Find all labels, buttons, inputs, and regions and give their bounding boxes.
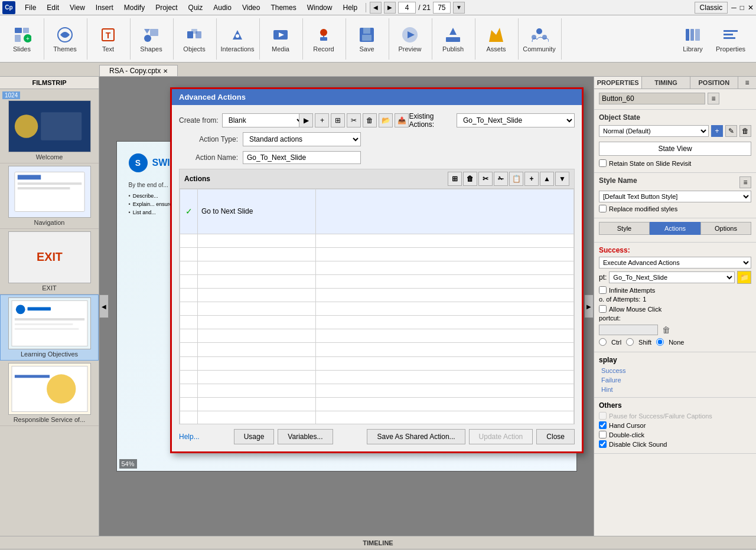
scroll-nav-right[interactable]: ▶ bbox=[584, 294, 594, 318]
allow-mouse-checkbox[interactable] bbox=[599, 305, 607, 313]
hand-cursor-checkbox[interactable] bbox=[599, 421, 607, 429]
record-tool[interactable]: Record bbox=[307, 20, 341, 58]
add-state-btn[interactable]: + bbox=[711, 125, 723, 137]
library-tool[interactable]: Library bbox=[678, 20, 708, 58]
replace-modified-checkbox[interactable] bbox=[599, 205, 607, 212]
zoom-input[interactable] bbox=[433, 2, 451, 14]
state-view-btn[interactable]: State View bbox=[599, 142, 751, 156]
action-row-0[interactable]: ✓ Go to Next Slide bbox=[180, 189, 574, 234]
actions-paste-btn[interactable]: 📋 bbox=[509, 172, 523, 186]
state-dropdown[interactable]: Normal (Default) bbox=[599, 125, 709, 137]
actions-scissors-btn[interactable]: ✁ bbox=[494, 172, 508, 186]
close-dialog-btn[interactable]: Close bbox=[536, 429, 575, 444]
menu-video[interactable]: Video bbox=[237, 2, 265, 13]
menu-project[interactable]: Project bbox=[151, 2, 182, 13]
publish-tool[interactable]: Publish bbox=[436, 20, 470, 58]
save-tool[interactable]: Save bbox=[350, 20, 384, 58]
cut-action-btn[interactable]: ✂ bbox=[347, 113, 361, 127]
community-tool[interactable]: Community bbox=[522, 20, 556, 58]
preview-tool[interactable]: Preview bbox=[393, 20, 427, 58]
pause-checkbox[interactable] bbox=[599, 412, 607, 420]
shapes-tool[interactable]: Shapes bbox=[134, 20, 168, 58]
file-tab[interactable]: RSA - Copy.cptx ✕ bbox=[99, 65, 178, 76]
create-from-dropdown[interactable]: Blank bbox=[222, 113, 305, 127]
help-link[interactable]: Help... bbox=[179, 433, 200, 441]
slides-tool[interactable]: + Slides bbox=[5, 20, 39, 58]
style-settings-icon[interactable]: ≡ bbox=[739, 176, 751, 188]
tab-timing[interactable]: TIMING bbox=[642, 77, 690, 89]
shortcut-input[interactable] bbox=[599, 325, 658, 335]
script-dropdown[interactable]: Go_To_Next_Slide bbox=[609, 271, 735, 283]
menu-help[interactable]: Help bbox=[338, 2, 362, 13]
tab-properties[interactable]: PROPERTIES bbox=[594, 77, 642, 89]
menu-window[interactable]: Window bbox=[302, 2, 337, 13]
advanced-actions-dialog[interactable]: Advanced Actions Create from: Blank ▶ + … bbox=[170, 87, 584, 453]
maximize-btn[interactable]: □ bbox=[740, 4, 744, 12]
display-success[interactable]: Success bbox=[599, 366, 751, 375]
menu-modify[interactable]: Modify bbox=[119, 2, 149, 13]
ctrl-radio[interactable] bbox=[599, 338, 607, 346]
properties-tool[interactable]: Properties bbox=[710, 20, 751, 58]
display-hint[interactable]: Hint bbox=[599, 385, 751, 394]
filmstrip-item-2[interactable]: Navigation bbox=[0, 163, 99, 229]
edit-state-btn[interactable]: ✎ bbox=[725, 125, 737, 137]
menu-view[interactable]: View bbox=[65, 2, 90, 13]
nav-forward-btn[interactable]: ▶ bbox=[384, 2, 396, 14]
filmstrip-item-4[interactable]: Learning Objectives bbox=[0, 294, 99, 361]
filmstrip-item-5[interactable]: Responsible Service of... bbox=[0, 361, 99, 426]
shortcut-delete-btn[interactable]: 🗑 bbox=[660, 324, 672, 336]
action-type-dropdown[interactable]: Standard actions Conditional actions Sha… bbox=[243, 132, 361, 146]
style-tab-options[interactable]: Options bbox=[700, 222, 751, 235]
double-click-checkbox[interactable] bbox=[599, 431, 607, 438]
menu-insert[interactable]: Insert bbox=[91, 2, 118, 13]
delete-state-btn[interactable]: 🗑 bbox=[739, 125, 751, 137]
close-btn[interactable]: ✕ bbox=[748, 4, 754, 12]
filmstrip-item-1[interactable]: 1024 Welcome bbox=[0, 89, 99, 163]
tab-position[interactable]: POSITION bbox=[690, 77, 738, 89]
text-tool[interactable]: T Text bbox=[91, 20, 125, 58]
action-name-cell-0[interactable]: Go to Next Slide bbox=[198, 189, 316, 234]
display-failure[interactable]: Failure bbox=[599, 376, 751, 384]
assets-tool[interactable]: Assets bbox=[479, 20, 513, 58]
usage-btn[interactable]: Usage bbox=[234, 429, 275, 444]
name-settings-icon[interactable]: ≡ bbox=[708, 93, 719, 104]
menu-themes[interactable]: Themes bbox=[266, 2, 301, 13]
existing-actions-dropdown[interactable]: Go_To_Next_Slide bbox=[457, 113, 575, 127]
actions-copy-btn[interactable]: ⊞ bbox=[448, 172, 462, 186]
object-name-input[interactable] bbox=[599, 93, 705, 104]
actions-delete-btn[interactable]: 🗑 bbox=[463, 172, 477, 186]
export-btn[interactable]: 📤 bbox=[395, 113, 409, 127]
minimize-btn[interactable]: ─ bbox=[731, 4, 737, 12]
delete-action-btn[interactable]: 🗑 bbox=[363, 113, 377, 127]
import-btn[interactable]: 📂 bbox=[379, 113, 393, 127]
variables-btn[interactable]: Variables... bbox=[278, 429, 333, 444]
actions-cut-btn[interactable]: ✂ bbox=[478, 172, 493, 186]
nav-back-btn[interactable]: ◀ bbox=[370, 2, 382, 14]
tab-close-icon[interactable]: ✕ bbox=[163, 68, 168, 74]
media-tool[interactable]: Media bbox=[263, 20, 298, 58]
actions-move-down-btn[interactable]: ▼ bbox=[555, 172, 569, 186]
zoom-dropdown-btn[interactable]: ▼ bbox=[453, 2, 465, 14]
infinite-attempts-checkbox[interactable] bbox=[599, 286, 607, 294]
disable-click-checkbox[interactable] bbox=[599, 440, 607, 448]
retain-state-checkbox[interactable] bbox=[599, 159, 607, 167]
menu-audio[interactable]: Audio bbox=[208, 2, 236, 13]
filmstrip-item-3[interactable]: EXIT EXIT bbox=[0, 229, 99, 294]
classic-btn[interactable]: Classic bbox=[695, 2, 728, 14]
menu-edit[interactable]: Edit bbox=[42, 2, 64, 13]
props-settings-btn[interactable]: ≡ bbox=[738, 77, 756, 89]
themes-tool[interactable]: Themes bbox=[48, 20, 82, 58]
success-action-dropdown[interactable]: Execute Advanced Actions bbox=[599, 257, 751, 269]
shift-radio[interactable] bbox=[626, 338, 634, 346]
action-name-input[interactable] bbox=[243, 151, 361, 164]
copy-action-btn[interactable]: ⊞ bbox=[331, 113, 345, 127]
style-name-dropdown[interactable]: [Default Text Button Style] bbox=[599, 191, 751, 202]
interactions-tool[interactable]: Interactions bbox=[220, 20, 255, 58]
slide-number-input[interactable] bbox=[398, 2, 416, 14]
action-check-0[interactable]: ✓ bbox=[180, 189, 198, 234]
menu-quiz[interactable]: Quiz bbox=[184, 2, 208, 13]
style-tab-style[interactable]: Style bbox=[599, 222, 650, 235]
none-radio[interactable] bbox=[656, 338, 664, 346]
actions-add-row-btn[interactable]: + bbox=[524, 172, 539, 186]
action-params-cell-0[interactable] bbox=[316, 189, 574, 234]
